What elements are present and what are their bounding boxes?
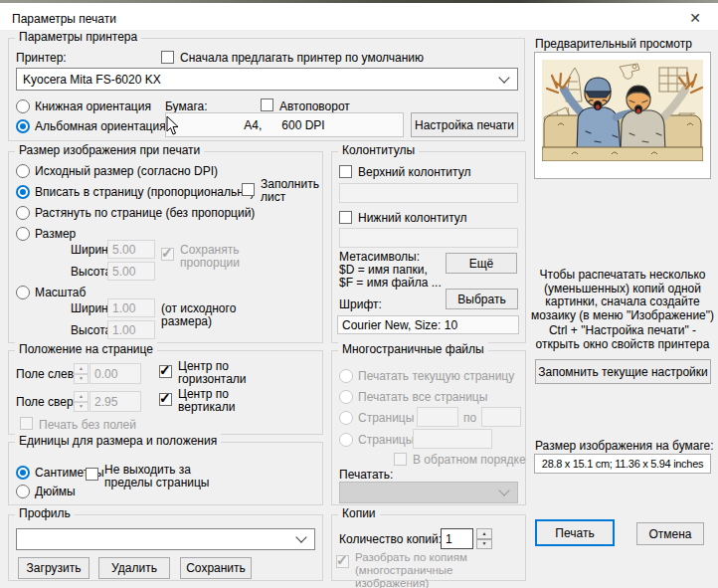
printer-label: Принтер: <box>16 51 67 65</box>
fill-sheet-checkbox[interactable] <box>242 183 255 196</box>
center-vertical-checkbox[interactable] <box>159 393 172 406</box>
original-size-label[interactable]: Исходный размер (согласно DPI) <box>35 164 218 178</box>
fill-sheet-label[interactable]: Заполнить лист <box>261 178 322 204</box>
print-button[interactable]: Печать <box>535 519 615 546</box>
margin-top-spinner[interactable]: ▲ ▼ <box>74 391 89 412</box>
bottom-header-checkbox[interactable] <box>339 211 352 224</box>
portrait-label[interactable]: Книжная ориентация <box>35 99 151 113</box>
printer-select-value: Kyocera Mita FS-6020 KX <box>23 73 161 87</box>
printer-select[interactable]: Kyocera Mita FS-6020 KX <box>16 68 518 91</box>
spinner-up-icon[interactable]: ▲ <box>476 528 492 539</box>
preview-title: Предварительный просмотр <box>535 37 692 51</box>
copies-count-input[interactable]: 1 <box>441 528 473 549</box>
autorotate-label[interactable]: Автоповорот <box>279 99 350 113</box>
pages-list-input <box>413 429 492 449</box>
print-current-radio <box>339 369 353 383</box>
size-height-input: 5.00 <box>107 262 155 281</box>
size-on-paper-label: Размер изображения на бумаге: <box>535 439 714 453</box>
custom-size-label[interactable]: Размер <box>35 227 76 241</box>
profile-group-title: Профиль <box>15 506 75 520</box>
meta-line2: $F = имя файла ... <box>339 276 442 290</box>
spinner-down-icon[interactable]: ▼ <box>74 402 89 413</box>
spinner-up-icon[interactable]: ▲ <box>74 363 89 374</box>
titlebar: Параметры печати ✕ <box>0 3 718 30</box>
fit-to-page-label[interactable]: Вписать в страницу (пропорционально) <box>35 185 255 199</box>
landscape-radio[interactable] <box>16 119 30 133</box>
top-header-checkbox[interactable] <box>339 165 352 178</box>
fit-to-page-radio[interactable] <box>16 185 30 199</box>
scale-label[interactable]: Масштаб <box>35 286 86 299</box>
copies-spinner[interactable]: ▲ ▼ <box>476 528 492 549</box>
font-label: Шрифт: <box>339 297 382 311</box>
reverse-order-checkbox <box>394 453 407 466</box>
landscape-label[interactable]: Альбомная ориентация <box>35 119 166 133</box>
custom-size-radio[interactable] <box>16 227 30 241</box>
borderless-label: Печать без полей <box>39 418 136 432</box>
meta-label: Метасимволы: <box>339 250 420 264</box>
scale-radio[interactable] <box>16 286 30 299</box>
spinner-up-icon[interactable]: ▲ <box>74 391 89 402</box>
margin-top-input: 2.95 <box>90 391 141 412</box>
size-width-input: 5.00 <box>107 240 155 259</box>
top-header-input <box>339 183 518 203</box>
stretch-label[interactable]: Растянуть по странице (без пропорций) <box>35 206 255 220</box>
close-icon[interactable]: ✕ <box>672 3 718 33</box>
range-from-input <box>417 407 458 427</box>
page-range-radio <box>339 411 353 425</box>
stretch-radio[interactable] <box>16 206 30 220</box>
choose-font-button[interactable]: Выбрать <box>446 289 518 309</box>
cancel-button[interactable]: Отмена <box>636 522 704 545</box>
bottom-header-label[interactable]: Нижний колонтитул <box>358 211 467 225</box>
print-all-label: Печатать все страницы <box>358 390 487 404</box>
top-header-label[interactable]: Верхний колонтитул <box>358 165 470 179</box>
margin-left-spinner[interactable]: ▲ ▼ <box>74 363 89 384</box>
multipage-group-title: Многостраничные файлы <box>338 342 488 356</box>
original-size-radio[interactable] <box>16 164 30 178</box>
spinner-down-icon[interactable]: ▼ <box>74 374 89 385</box>
default-printer-label[interactable]: Сначала предлагать принтер по умолчанию <box>180 51 424 65</box>
hint-text-block: Чтобы распечатать несколько (уменьшенных… <box>525 269 718 322</box>
hint-line: открыть окно свойств принтера <box>525 338 718 352</box>
profile-select[interactable] <box>16 528 315 550</box>
hint-line: (уменьшенных) копий одной <box>525 283 718 296</box>
cm-radio[interactable] <box>16 466 30 480</box>
profile-delete-button[interactable]: Удалить <box>98 557 170 579</box>
remember-settings-button[interactable]: Запомнить текущие настройки <box>535 359 711 384</box>
center-horizontal-checkbox[interactable] <box>159 365 172 378</box>
borderless-checkbox <box>20 417 33 430</box>
bottom-header-input <box>339 228 518 248</box>
size-group-title: Размер изображения при печати <box>15 143 204 157</box>
print-all-radio <box>339 390 353 404</box>
paper-label: Бумага: <box>165 99 208 113</box>
profile-save-button[interactable]: Сохранить <box>180 557 252 579</box>
autorotate-checkbox[interactable] <box>261 98 273 111</box>
profile-load-button[interactable]: Загрузить <box>18 557 90 579</box>
paper-info-field: A4, 600 DPI <box>165 112 404 137</box>
copies-count-label: Количество копий: <box>339 532 442 546</box>
no-overflow-label[interactable]: Не выходить за пределы страницы <box>104 464 229 490</box>
collate-checkbox <box>336 555 349 568</box>
copies-group-title: Копии <box>338 506 380 520</box>
scale-note: (от исходного размера) <box>161 302 253 328</box>
spinner-down-icon[interactable]: ▼ <box>476 539 492 550</box>
scale-height-input: 1.00 <box>107 320 155 339</box>
center-horizontal-label[interactable]: Центр по горизонтали <box>178 360 266 386</box>
default-printer-checkbox[interactable] <box>161 51 174 64</box>
page-range-label: Страницы с <box>358 411 424 425</box>
pages-list-label: Страницы: <box>358 433 418 447</box>
chevron-down-icon <box>295 531 306 542</box>
more-button[interactable]: Ещё <box>446 253 517 274</box>
no-overflow-checkbox[interactable] <box>86 468 98 481</box>
keep-proportions-checkbox <box>161 248 174 261</box>
printer-group-title: Параметры принтера <box>15 30 141 44</box>
center-vertical-label[interactable]: Центр по вертикали <box>178 388 266 414</box>
hint-line: Чтобы распечатать несколько <box>525 269 718 283</box>
position-group-title: Положение на странице <box>15 342 157 356</box>
portrait-radio[interactable] <box>16 99 30 113</box>
headers-group-title: Колонтитулы <box>338 143 419 157</box>
print-setup-button[interactable]: Настройка печати <box>411 112 518 137</box>
inch-radio[interactable] <box>16 485 30 498</box>
window-title: Параметры печати <box>12 12 116 26</box>
inch-label[interactable]: Дюймы <box>35 485 76 498</box>
pages-list-radio <box>339 433 353 447</box>
